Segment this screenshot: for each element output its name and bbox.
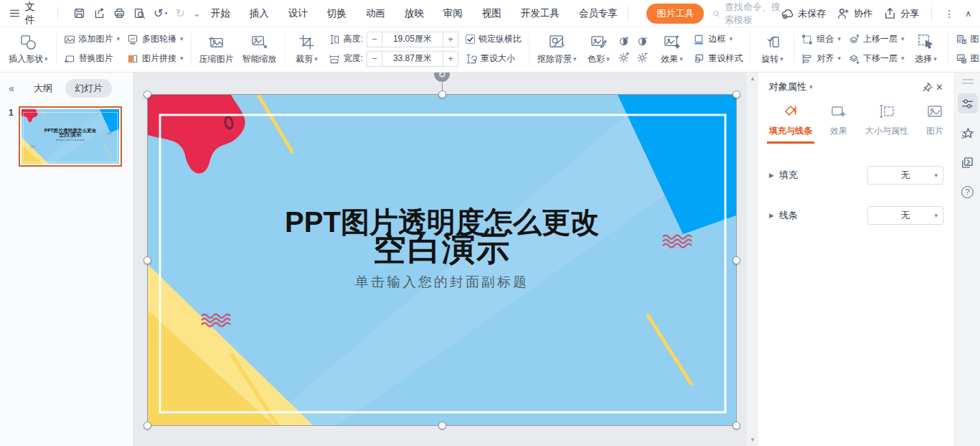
- help-strip-button[interactable]: ?: [958, 182, 978, 202]
- resize-handle-top-right[interactable]: [732, 90, 740, 98]
- tab-slideshow[interactable]: 放映: [405, 7, 424, 20]
- fill-select[interactable]: 无 ▾: [867, 166, 943, 185]
- remove-background-button[interactable]: 抠除背景▾: [533, 29, 581, 68]
- tab-design[interactable]: 设计: [288, 7, 308, 20]
- properties-strip-button[interactable]: [958, 93, 978, 113]
- resize-handle-top-center[interactable]: [438, 90, 446, 98]
- tab-animation[interactable]: 动画: [366, 7, 385, 20]
- resize-handle-middle-right[interactable]: [732, 256, 740, 264]
- bring-forward-button[interactable]: 上移一层▾: [848, 32, 905, 47]
- share-button[interactable]: 分享: [883, 6, 919, 20]
- width-decrement-button[interactable]: −: [367, 51, 382, 67]
- line-expand-icon[interactable]: ▶: [769, 212, 774, 219]
- fill-expand-icon[interactable]: ▶: [769, 172, 774, 179]
- multi-picture-carousel-button[interactable]: 多图轮播▾: [127, 32, 184, 47]
- export-icon[interactable]: [93, 6, 105, 20]
- scroll-down-icon[interactable]: ▼: [750, 437, 755, 443]
- insert-shape-button[interactable]: 插入形状▾: [4, 29, 52, 68]
- send-backward-button[interactable]: 下移一层▾: [848, 52, 905, 66]
- decrease-contrast-icon[interactable]: [637, 35, 649, 47]
- height-value[interactable]: 19.05厘米: [382, 32, 443, 47]
- more-options-icon[interactable]: ⋮: [944, 9, 954, 19]
- scroll-up-icon[interactable]: ▲: [750, 75, 755, 82]
- file-menu-button[interactable]: 文件: [9, 1, 42, 27]
- resize-handle-bottom-right[interactable]: [732, 422, 740, 429]
- resize-handle-bottom-center[interactable]: [438, 422, 446, 429]
- rotate-button[interactable]: 旋转▾: [754, 29, 790, 68]
- align-button[interactable]: 对齐▾: [801, 52, 841, 66]
- collapse-ribbon-icon[interactable]: ∧: [965, 9, 971, 18]
- color-button[interactable]: 色彩▾: [580, 29, 616, 68]
- group-button[interactable]: 组合▾: [801, 32, 841, 47]
- height-decrement-button[interactable]: −: [367, 32, 382, 47]
- decrease-brightness-icon[interactable]: [637, 51, 649, 62]
- close-panel-icon[interactable]: ✕: [936, 82, 943, 93]
- picture-to-text-button[interactable]: 图片转文字: [956, 32, 980, 47]
- tab-outline[interactable]: 大纲: [28, 79, 58, 98]
- border-label: 边框: [708, 33, 725, 45]
- collapse-panel-icon[interactable]: «: [9, 83, 14, 94]
- select-button[interactable]: 选择▾: [908, 29, 944, 68]
- customize-toolbar-icon[interactable]: ⌄: [193, 9, 201, 18]
- tab-developer[interactable]: 开发工具: [521, 7, 560, 20]
- slide-subtitle-text[interactable]: 单击输入您的封面副标题: [148, 273, 736, 292]
- border-button[interactable]: 边框▾: [693, 32, 743, 47]
- tab-picture[interactable]: 图片: [926, 103, 943, 144]
- print-preview-icon[interactable]: [133, 6, 146, 20]
- reset-style-button[interactable]: 重设样式: [693, 52, 743, 66]
- smart-features-strip-button[interactable]: [958, 123, 978, 143]
- tab-size-and-properties[interactable]: 大小与属性: [865, 103, 908, 144]
- lock-aspect-ratio-checkbox[interactable]: 锁定纵横比: [466, 32, 522, 47]
- smart-zoom-button[interactable]: 智能缩放: [238, 29, 281, 68]
- redo-icon[interactable]: ↻: [175, 8, 184, 19]
- tab-view[interactable]: 视图: [482, 7, 501, 20]
- height-increment-button[interactable]: +: [443, 32, 458, 47]
- ribbon-separator: [56, 34, 57, 64]
- add-picture-button[interactable]: 添加图片▾: [64, 32, 121, 47]
- increase-brightness-icon[interactable]: [618, 51, 630, 62]
- collaborate-button[interactable]: 协作: [837, 6, 872, 20]
- shapes-icon: [19, 33, 37, 51]
- resize-handle-middle-left[interactable]: [143, 256, 151, 264]
- command-search[interactable]: 查找命令、搜索模板: [712, 1, 781, 27]
- effects-icon: [663, 33, 681, 51]
- picture-stitch-button[interactable]: 图片拼接▾: [127, 52, 184, 66]
- increase-contrast-icon[interactable]: [618, 35, 630, 47]
- save-status-button[interactable]: 未保存: [781, 6, 826, 20]
- tab-effects[interactable]: 效果: [830, 103, 847, 144]
- save-icon[interactable]: [73, 6, 85, 20]
- slide-thumbnail-selected[interactable]: PPT图片透明度怎么更改 空白演示 单击输入您的封面副标题: [19, 106, 122, 167]
- rotation-handle[interactable]: ↻: [434, 73, 450, 82]
- width-increment-button[interactable]: +: [443, 51, 458, 67]
- effects-label: 效果: [661, 53, 678, 65]
- tab-home[interactable]: 开始: [211, 7, 230, 20]
- tab-picture-tools-active[interactable]: 图片工具: [646, 4, 704, 24]
- tab-fill-and-line[interactable]: 填充与线条: [769, 103, 812, 144]
- undo-button[interactable]: ↺ ▾: [154, 8, 167, 19]
- duplicate-strip-button[interactable]: [958, 152, 978, 172]
- resize-handle-top-left[interactable]: [143, 90, 151, 98]
- crop-button[interactable]: 裁剪▾: [289, 29, 325, 68]
- compress-picture-button[interactable]: 压缩图片: [195, 29, 238, 68]
- effects-button[interactable]: 效果▾: [654, 29, 689, 68]
- slide-editor[interactable]: PPT图片透明度怎么更改 空白演示 单击输入您的封面副标题 ↻: [147, 94, 737, 426]
- slide-title-foreground-text[interactable]: 空白演示: [148, 227, 736, 271]
- print-icon[interactable]: [113, 6, 126, 20]
- panel-title-caret-icon[interactable]: ▾: [809, 84, 813, 90]
- reset-size-button[interactable]: 重设大小: [466, 52, 522, 66]
- canvas-scrollbar[interactable]: ▲ ▼: [747, 73, 758, 446]
- resize-handle-bottom-left[interactable]: [143, 422, 151, 429]
- tab-insert[interactable]: 插入: [250, 7, 269, 20]
- picture-to-pdf-button[interactable]: 图片转PDF: [956, 52, 980, 66]
- tab-membership[interactable]: 会员专享: [579, 7, 618, 20]
- ribbon-separator: [191, 34, 192, 64]
- pin-panel-icon[interactable]: [920, 81, 933, 93]
- tab-slides[interactable]: 幻灯片: [65, 79, 112, 98]
- line-select[interactable]: 无 ▾: [867, 206, 943, 225]
- slide-canvas[interactable]: PPT图片透明度怎么更改 空白演示 单击输入您的封面副标题 ↻ ▲ ▼: [133, 73, 758, 446]
- replace-picture-button[interactable]: 替换图片: [64, 52, 121, 66]
- width-value[interactable]: 33.87厘米: [382, 51, 443, 67]
- tab-transition[interactable]: 切换: [327, 7, 347, 20]
- tab-review[interactable]: 审阅: [443, 7, 463, 20]
- strip-drag-handle[interactable]: [962, 79, 974, 84]
